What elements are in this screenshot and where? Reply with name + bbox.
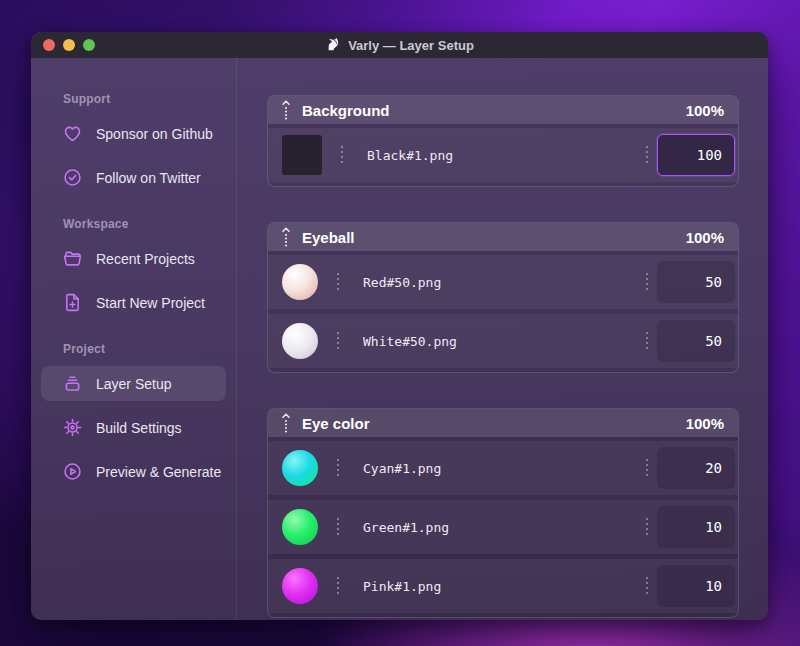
divider-dots [646,332,648,350]
group-title: Eye color [302,415,370,432]
divider-dots [646,577,648,595]
divider-dots [646,146,648,164]
window-title: Varly — Layer Setup [348,38,474,53]
layer-filename: Black#1.png [367,148,646,163]
heart-icon [61,123,83,145]
sidebar-item-layer-setup[interactable]: Layer Setup [41,366,226,401]
divider-dots [341,146,343,164]
sidebar-item-follow-on-twitter[interactable]: Follow on Twitter [41,160,226,195]
weight-input[interactable] [657,134,735,176]
group-header: Eye color 100% [268,409,738,437]
layer-row: White#50.png [268,314,738,368]
weight-input[interactable] [657,565,735,607]
weight-input[interactable] [657,506,735,548]
sidebar-section-workspace: Workspace Recent Projects [31,217,236,320]
sidebar-item-label: Follow on Twitter [96,170,201,186]
sidebar-section-project: Project Layer Setup [31,342,236,489]
layer-row: Red#50.png [268,255,738,309]
sidebar-item-preview-generate[interactable]: Preview & Generate [41,454,226,489]
sidebar-item-label: Recent Projects [96,251,195,267]
section-header-support: Support [63,92,236,106]
layer-row: Green#1.png [268,500,738,554]
layer-thumbnail [282,509,318,545]
sidebar-item-start-new-project[interactable]: Start New Project [41,285,226,320]
play-circle-icon [61,461,83,483]
sidebar-item-label: Start New Project [96,295,205,311]
drag-handle-icon[interactable] [282,227,290,247]
layer-filename: Green#1.png [363,520,646,535]
sidebar-item-label: Preview & Generate [96,464,221,480]
titlebar: Varly — Layer Setup [31,32,768,58]
divider-dots [646,273,648,291]
divider-dots [337,518,339,536]
weight-input[interactable] [657,447,735,489]
group-percent: 100% [686,102,724,119]
layer-row: Cyan#1.png [268,441,738,495]
layer-row: Black#1.png [268,128,738,182]
group-percent: 100% [686,415,724,432]
sidebar-item-sponsor-on-github[interactable]: Sponsor on Github [41,116,226,151]
zoom-button[interactable] [83,39,95,51]
minimize-button[interactable] [63,39,75,51]
drag-handle-icon[interactable] [282,413,290,433]
layer-thumbnail [282,450,318,486]
close-button[interactable] [43,39,55,51]
weight-input[interactable] [657,320,735,362]
divider-dots [337,577,339,595]
layer-group-eye-color: Eye color 100% Cyan#1.png Green#1.png [267,408,739,618]
layer-group-eyeball: Eyeball 100% Red#50.png White#50.png [267,222,739,373]
unicorn-icon [325,37,341,53]
section-header-workspace: Workspace [63,217,236,231]
sidebar-item-recent-projects[interactable]: Recent Projects [41,241,226,276]
divider-dots [337,459,339,477]
layer-filename: Red#50.png [363,275,646,290]
sidebar: Support Sponsor on Github [31,58,237,620]
drag-handle-icon[interactable] [282,100,290,120]
group-title: Background [302,102,390,119]
layer-group-background: Background 100% Black#1.png [267,95,739,187]
sidebar-item-label: Layer Setup [96,376,172,392]
weight-input[interactable] [657,261,735,303]
file-plus-icon [61,292,83,314]
layer-row: Pink#1.png [268,559,738,613]
layer-filename: White#50.png [363,334,646,349]
layer-thumbnail [282,135,322,175]
group-percent: 100% [686,229,724,246]
group-title: Eyeball [302,229,355,246]
layer-setup-panel: Background 100% Black#1.png [237,58,768,620]
section-header-project: Project [63,342,236,356]
app-window: Varly — Layer Setup Support Sponsor on G… [31,32,768,620]
layer-thumbnail [282,568,318,604]
divider-dots [337,332,339,350]
divider-dots [337,273,339,291]
sidebar-item-label: Build Settings [96,420,182,436]
layer-stack-icon [61,373,83,395]
traffic-lights [43,39,95,51]
sidebar-item-build-settings[interactable]: Build Settings [41,410,226,445]
gear-icon [61,417,83,439]
divider-dots [646,459,648,477]
layer-thumbnail [282,323,318,359]
folder-open-icon [61,248,83,270]
group-header: Eyeball 100% [268,223,738,251]
badge-check-icon [61,167,83,189]
sidebar-section-support: Support Sponsor on Github [31,92,236,195]
layer-filename: Cyan#1.png [363,461,646,476]
layer-thumbnail [282,264,318,300]
group-header: Background 100% [268,96,738,124]
divider-dots [646,518,648,536]
layer-filename: Pink#1.png [363,579,646,594]
sidebar-item-label: Sponsor on Github [96,126,213,142]
